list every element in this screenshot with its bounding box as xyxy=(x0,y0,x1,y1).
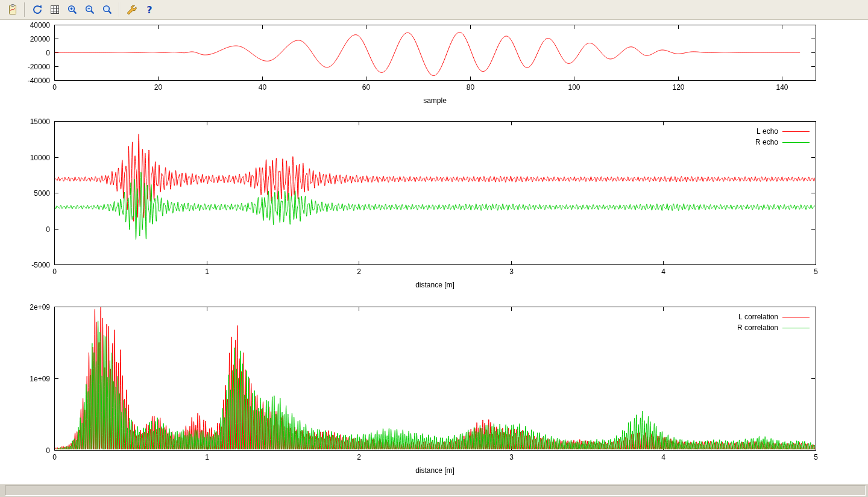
zoom-out-button[interactable] xyxy=(81,2,98,18)
copy-to-clipboard-button[interactable] xyxy=(4,2,20,18)
grid-icon xyxy=(49,4,61,16)
status-text xyxy=(5,486,866,496)
zoom-out-icon xyxy=(84,4,96,16)
toolbar-separator xyxy=(24,2,25,17)
toggle-grid-button[interactable] xyxy=(46,2,63,18)
svg-text:?: ? xyxy=(146,4,152,16)
zoom-reset-icon xyxy=(101,4,113,16)
help-button[interactable]: ? xyxy=(141,2,157,18)
correlation-chart-canvas[interactable] xyxy=(0,298,868,484)
configure-button[interactable] xyxy=(124,2,140,18)
zoom-in-button[interactable] xyxy=(64,2,80,18)
echo-chart xyxy=(0,111,868,298)
wrench-icon xyxy=(126,4,138,16)
zoom-in-icon xyxy=(66,4,78,16)
correlation-chart xyxy=(0,298,868,484)
signal-chart xyxy=(0,20,868,111)
status-bar xyxy=(0,484,868,497)
toolbar-separator xyxy=(119,2,120,17)
signal-chart-canvas[interactable] xyxy=(0,20,868,111)
toolbar: ? xyxy=(0,0,868,20)
gnuplot-window: ? xyxy=(0,0,868,497)
echo-chart-canvas[interactable] xyxy=(0,111,868,298)
replot-button[interactable] xyxy=(29,2,45,18)
plot-area xyxy=(0,20,868,484)
zoom-reset-button[interactable] xyxy=(99,2,115,18)
help-icon: ? xyxy=(143,4,156,16)
refresh-icon xyxy=(31,4,43,16)
copy-to-clipboard-icon xyxy=(7,4,19,16)
